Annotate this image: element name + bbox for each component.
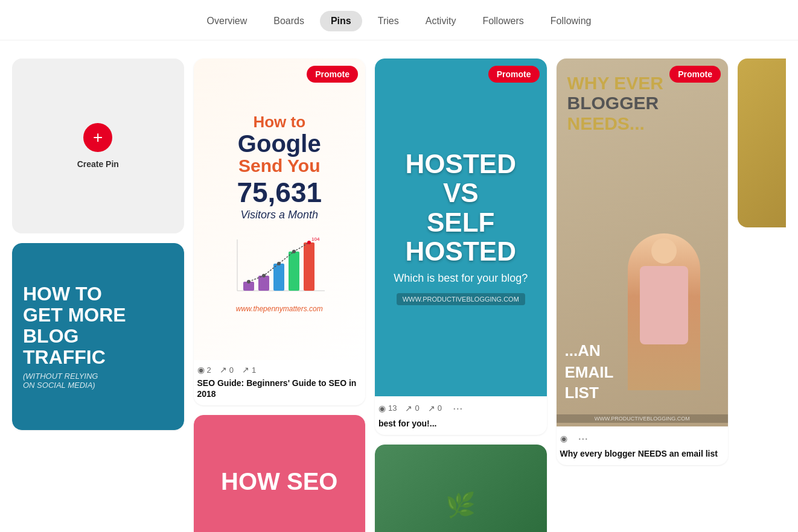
pin-seo-title: SEO Guide: Beginners' Guide to SEO in 20… [197, 378, 362, 399]
pin-blog-traffic-image: HOW TOGET MOREBLOGTRAFFIC (WITHOUT RELYI… [12, 243, 184, 430]
blogger-why: WHY EVER [567, 73, 663, 93]
seo-headline-line1: How to [253, 113, 305, 131]
blogger-person-silhouette [628, 233, 700, 390]
svg-point-8 [262, 274, 266, 277]
svg-rect-3 [258, 276, 269, 291]
pin-blogger-card[interactable]: Promote WHY EVER BLOGGER NEEDS... ...AN … [557, 59, 729, 465]
pin-blogger-title: Why every blogger NEEDS an email list [560, 448, 725, 459]
svg-point-11 [307, 241, 311, 244]
pin-hosted-clicks: ↗ 0 [428, 404, 442, 413]
pin-seo-stats: ◉ 2 ↗ 0 ↗ 1 [197, 365, 362, 375]
seo-headline-sub: Visitors a Month [240, 209, 318, 221]
pin-blogger-image: WHY EVER BLOGGER NEEDS... ...AN EMAIL [557, 59, 729, 426]
svg-rect-6 [304, 242, 314, 291]
top-navigation: Overview Boards Pins Tries Activity Foll… [0, 0, 798, 40]
nav-item-pins[interactable]: Pins [320, 11, 362, 31]
seo-headline-google: Google [238, 131, 321, 156]
blogger-url: WWW.PRODUCTIVEBLOGGING.COM [557, 414, 729, 423]
eye-icon-hosted: ◉ [378, 404, 386, 413]
pin-blogger-more[interactable]: ··· [576, 431, 591, 445]
blogger-email-text: EMAIL [565, 363, 614, 382]
nav-item-boards[interactable]: Boards [263, 11, 315, 31]
blogger-list-text: LIST [565, 384, 599, 402]
save-icon-hosted: ↗ [405, 404, 412, 413]
masonry-layout: + Create Pin HOW TOGET MOREBLOGTRAFFIC (… [12, 59, 786, 532]
pin-seo-views: ◉ 2 [197, 365, 211, 375]
partial-card-top [738, 59, 786, 227]
nav-item-tries[interactable]: Tries [367, 11, 410, 31]
click-icon: ↗ [242, 365, 249, 375]
hosted-sub: Which is best for your blog? [394, 272, 528, 285]
masonry-col-1: + Create Pin HOW TOGET MOREBLOGTRAFFIC (… [12, 59, 184, 430]
save-icon: ↗ [220, 365, 227, 375]
pin-plant-card[interactable]: 🌿 [375, 445, 547, 532]
pin-how-seo-image: HOW SEO [194, 415, 366, 532]
svg-rect-5 [289, 252, 299, 291]
blogger-an-text: ...AN [565, 341, 601, 360]
blogger-blogger: BLOGGER [567, 93, 659, 113]
eye-icon-blogger: ◉ [560, 434, 567, 443]
pin-hosted-card[interactable]: Promote HOSTEDVSSELFHOSTED Which is best… [375, 59, 547, 435]
pin-blog-traffic-card[interactable]: HOW TOGET MOREBLOGTRAFFIC (WITHOUT RELYI… [12, 243, 184, 430]
pin-seo-meta: ◉ 2 ↗ 0 ↗ 1 SEO Guide: Beginners' Guide … [194, 360, 366, 405]
click-icon-hosted: ↗ [428, 404, 435, 413]
create-pin-card[interactable]: + Create Pin [12, 59, 184, 233]
promote-badge-hosted[interactable]: Promote [488, 66, 540, 83]
svg-point-10 [292, 250, 296, 253]
blog-traffic-title: HOW TOGET MOREBLOGTRAFFIC [23, 283, 126, 369]
pin-how-seo-card[interactable]: HOW SEO [194, 415, 366, 532]
eye-icon: ◉ [197, 365, 205, 375]
pin-hosted-saves: ↗ 0 [405, 404, 419, 413]
svg-text:104: 104 [311, 236, 320, 242]
pin-seo-google-image: How to Google Send You 75,631 Visitors a… [194, 59, 366, 360]
pin-seo-clicks: ↗ 1 [242, 365, 256, 375]
blog-traffic-sub: (WITHOUT RELYINGON SOCIAL MEDIA) [23, 372, 98, 390]
nav-item-activity[interactable]: Activity [415, 11, 467, 31]
masonry-col-3: Promote HOSTEDVSSELFHOSTED Which is best… [375, 59, 547, 532]
promote-badge-seo[interactable]: Promote [307, 66, 358, 83]
nav-item-overview[interactable]: Overview [196, 11, 258, 31]
pin-grid: + Create Pin HOW TOGET MOREBLOGTRAFFIC (… [0, 40, 798, 532]
nav-item-followers[interactable]: Followers [471, 11, 534, 31]
svg-point-7 [247, 280, 251, 283]
pin-hosted-views: ◉ 13 [378, 404, 397, 413]
seo-headline-number: 75,631 [237, 176, 322, 209]
masonry-col-2: Promote How to Google Send You 75,631 Vi… [194, 59, 366, 532]
hosted-title: HOSTEDVSSELFHOSTED [406, 150, 516, 267]
hosted-url: WWW.PRODUCTIVEBLOGGING.COM [397, 293, 525, 305]
pin-hosted-stats: ◉ 13 ↗ 0 ↗ 0 ··· [378, 401, 543, 415]
seo-url: www.thepennymatters.com [236, 305, 323, 313]
svg-rect-4 [273, 264, 284, 291]
promote-badge-blogger[interactable]: Promote [669, 66, 721, 83]
pin-hosted-more[interactable]: ··· [450, 401, 465, 415]
pin-blogger-stats: ◉ ··· [560, 431, 725, 445]
pin-hosted-meta: ◉ 13 ↗ 0 ↗ 0 ··· best for you!.. [375, 396, 547, 435]
create-pin-label: Create Pin [77, 159, 119, 169]
svg-point-9 [277, 262, 281, 265]
pin-seo-saves: ↗ 0 [220, 365, 234, 375]
pin-blogger-views: ◉ [560, 434, 567, 443]
seo-headline-send: Send You [238, 156, 321, 176]
pin-hosted-image: HOSTEDVSSELFHOSTED Which is best for you… [375, 59, 547, 396]
masonry-col-5-partial [738, 59, 786, 227]
nav-item-following[interactable]: Following [540, 11, 602, 31]
masonry-col-4: Promote WHY EVER BLOGGER NEEDS... ...AN … [557, 59, 729, 465]
pin-seo-google-card[interactable]: Promote How to Google Send You 75,631 Vi… [194, 59, 366, 405]
seo-chart: 104 [206, 221, 354, 300]
blogger-needs: NEEDS... [567, 113, 645, 134]
how-seo-text: HOW SEO [221, 468, 337, 495]
plus-icon: + [83, 123, 112, 152]
pin-blogger-meta: ◉ ··· Why every blogger NEEDS an email l… [557, 426, 729, 465]
pin-hosted-title: best for you!... [378, 418, 543, 429]
